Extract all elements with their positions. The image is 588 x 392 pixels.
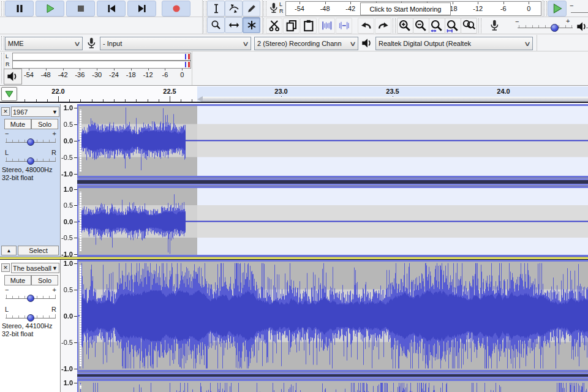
track1-bitdepth-info: 32-bit float (2, 174, 33, 181)
track1-collapse-button[interactable]: ▲ (1, 246, 17, 255)
track1-gain-thumb[interactable] (27, 138, 34, 146)
trim-audio-button[interactable] (318, 18, 335, 34)
draw-tool-button[interactable] (243, 1, 260, 17)
record-volume-slider-tick (526, 25, 526, 28)
record-meter-tick (350, 2, 351, 4)
redo-icon (377, 19, 390, 32)
playback-meter-tick (63, 69, 64, 70)
paste-button[interactable] (300, 18, 317, 34)
transport-toolbar-grip[interactable] (1, 1, 4, 16)
selection-tool-button[interactable] (207, 1, 225, 17)
tools-toolbar-grip[interactable] (203, 1, 206, 33)
stop-button[interactable] (66, 1, 95, 17)
playback-meter-scale-label: -12 (143, 71, 153, 78)
skip-to-start-button[interactable] (97, 1, 126, 17)
vertical-ruler-tick (74, 383, 77, 383)
track1-gain-slider[interactable]: −+ (4, 131, 58, 147)
monitor-tooltip[interactable]: Click to Start Monitoring (360, 2, 451, 15)
track1-close-button[interactable]: ✕ (1, 107, 10, 116)
cut-button[interactable] (266, 18, 282, 34)
playback-meter-scale-label: 0 (180, 71, 184, 78)
record-volume-grip[interactable] (478, 18, 481, 33)
track2-gain-thumb[interactable] (27, 295, 34, 302)
playback-meter-tick (182, 69, 183, 70)
record-volume-slider-thumb[interactable] (551, 24, 559, 32)
vertical-ruler-label: 0.5 (59, 202, 73, 209)
playback-meter-bar-L[interactable] (12, 53, 191, 61)
waveform-track2-channel2[interactable] (77, 381, 588, 392)
track1-pan-slider[interactable]: LR (4, 150, 58, 166)
clip-drag-handle[interactable] (79, 263, 82, 368)
playback-meter-bar-R[interactable] (12, 61, 191, 69)
track1-pan-tick (18, 159, 19, 161)
play-speed-slider[interactable] (571, 12, 588, 13)
track1-title-menu[interactable]: 1967 ▼ (11, 107, 59, 117)
zoom-fit-button[interactable] (445, 18, 461, 34)
timeline-options-button[interactable] (1, 87, 17, 101)
silence-audio-button[interactable] (336, 18, 352, 34)
playback-meter-speaker-button[interactable] (4, 69, 22, 85)
timeline-selection-bar[interactable] (202, 97, 588, 102)
zoom-toolbar-grip[interactable] (393, 18, 396, 33)
zoom-in-button[interactable] (397, 18, 413, 34)
input-device-select[interactable]: - Input∨ (100, 37, 251, 50)
play-at-speed-button[interactable] (548, 1, 567, 17)
record-volume-slider-track[interactable] (518, 28, 573, 28)
vertical-ruler-label: 1.0 (59, 260, 73, 267)
channel-separator[interactable] (77, 178, 588, 186)
record-volume-slider-tick (519, 25, 519, 28)
waveform-track2-channel1[interactable] (77, 262, 588, 370)
waveform-track1-channel2[interactable] (77, 188, 588, 255)
play-button[interactable] (36, 1, 64, 17)
zoom-selection-button[interactable] (429, 18, 445, 34)
playback-meter-L-label: L (6, 53, 9, 59)
zoom-tool-button[interactable] (207, 17, 225, 33)
track2-title-dropdown-icon: ▼ (52, 265, 58, 271)
track2-mute-button[interactable]: Mute (4, 275, 31, 285)
envelope-tool-button[interactable] (225, 1, 243, 17)
track2-title-menu[interactable]: The baseball ▼ (11, 263, 59, 273)
playback-meter-peak-red (188, 54, 190, 59)
play-at-speed-grip[interactable] (544, 1, 547, 16)
track2-pan-thumb[interactable] (27, 314, 34, 322)
record-volume-slider-tick (571, 25, 572, 28)
redo-button[interactable] (375, 18, 391, 34)
input-channels-select[interactable]: 2 (Stereo) Recording Chann∨ (254, 37, 358, 50)
track1-pan-min-label: L (5, 149, 9, 156)
output-device-select[interactable]: Realtek Digital Output (Realtek∨ (375, 37, 533, 50)
vertical-ruler-tick (74, 238, 77, 238)
pause-button[interactable] (5, 1, 34, 17)
timeline-ruler[interactable]: 22.022.523.023.524.0 (18, 86, 588, 102)
record-meter-grip[interactable] (263, 1, 266, 16)
track1-title: 1967 (13, 108, 52, 116)
track2-close-button[interactable]: ✕ (1, 263, 10, 272)
clip-drag-handle[interactable] (79, 108, 82, 174)
time-shift-tool-button[interactable] (225, 17, 243, 33)
track2-pan-slider[interactable]: LR (4, 307, 58, 323)
track1-solo-button[interactable]: Solo (31, 119, 58, 129)
playback-meter[interactable]: LR-54-48-42-36-30-24-18-12-60 (0, 51, 192, 85)
waveform-track1-channel1[interactable] (77, 106, 588, 176)
skip-to-end-button[interactable] (127, 1, 156, 17)
track2-gain-slider[interactable]: −+ (4, 287, 58, 303)
track1-pan-thumb[interactable] (27, 157, 34, 165)
track1-select-button[interactable]: Select (18, 246, 59, 255)
device-toolbar-grip[interactable] (1, 36, 4, 50)
track1-mute-button[interactable]: Mute (4, 119, 31, 129)
zoom-toggle-button[interactable] (461, 18, 477, 34)
multi-tool-button[interactable] (243, 17, 260, 33)
audio-host-select[interactable]: MME∨ (5, 37, 83, 50)
track2-gain-tick (37, 296, 37, 298)
track2-solo-button[interactable]: Solo (31, 275, 58, 285)
clip-drag-handle[interactable] (79, 383, 82, 391)
track1-gain-min-label: − (5, 130, 9, 137)
vertical-ruler-tick (74, 108, 77, 108)
playback-meter-tick (165, 69, 165, 70)
copy-button[interactable] (283, 18, 300, 34)
zoom-out-button[interactable] (413, 18, 429, 34)
record-button[interactable] (162, 1, 190, 17)
undo-button[interactable] (358, 18, 374, 34)
channel-separator[interactable] (77, 372, 588, 379)
clip-drag-handle[interactable] (79, 190, 82, 253)
record-icon (171, 3, 182, 14)
